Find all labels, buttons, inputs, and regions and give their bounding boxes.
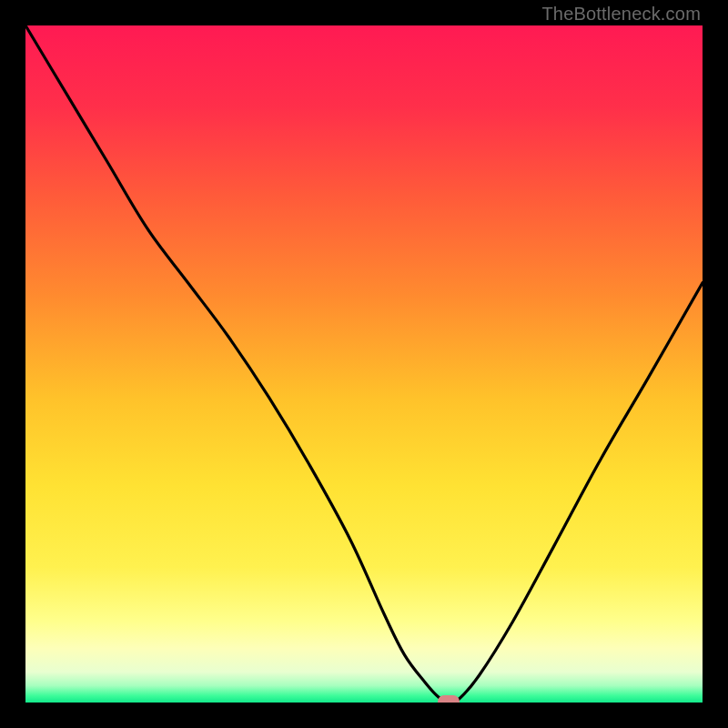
watermark-text: TheBottleneck.com bbox=[541, 4, 701, 25]
bottleneck-curve bbox=[25, 25, 703, 703]
optimal-point-marker bbox=[438, 695, 460, 703]
bottleneck-chart: TheBottleneck.com bbox=[0, 0, 728, 728]
plot-area bbox=[25, 25, 703, 703]
